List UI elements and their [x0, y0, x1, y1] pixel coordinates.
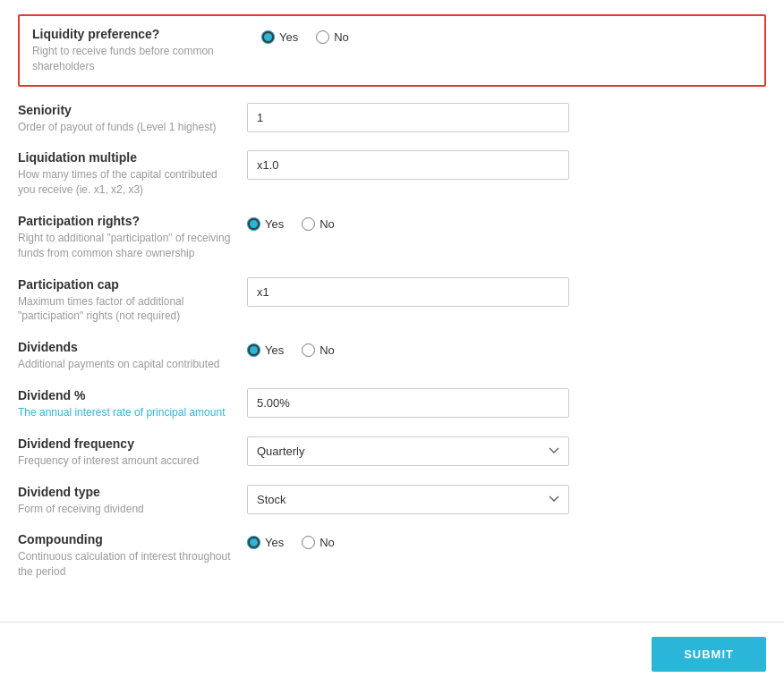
- seniority-description: Order of payout of funds (Level 1 highes…: [18, 120, 233, 135]
- participation-rights-description: Right to additional "participation" of r…: [18, 231, 233, 261]
- dividends-row: Dividends Additional payments on capital…: [18, 340, 766, 372]
- dividends-yes-option[interactable]: Yes: [247, 343, 284, 357]
- seniority-input-col: [247, 103, 766, 132]
- dividends-radio-group: Yes No: [247, 340, 766, 357]
- dividend-type-label: Dividend type: [18, 485, 233, 499]
- dividend-type-select[interactable]: Stock Cash: [247, 485, 569, 514]
- participation-rights-input-col: Yes No: [247, 214, 766, 231]
- liquidation-multiple-label: Liquidation multiple: [18, 150, 233, 165]
- compounding-yes-option[interactable]: Yes: [247, 536, 284, 549]
- compounding-no-radio[interactable]: [302, 536, 315, 549]
- dividends-no-radio[interactable]: [302, 343, 315, 357]
- liquidity-preference-no-option[interactable]: No: [316, 30, 349, 44]
- compounding-yes-label: Yes: [265, 536, 284, 549]
- participation-rights-no-option[interactable]: No: [302, 217, 335, 231]
- dividends-description: Additional payments on capital contribut…: [18, 357, 233, 372]
- dividends-no-option[interactable]: No: [302, 343, 335, 357]
- participation-rights-yes-label: Yes: [265, 217, 284, 231]
- liquidity-preference-no-radio[interactable]: [316, 30, 329, 44]
- compounding-input-col: Yes No: [247, 532, 766, 549]
- submit-button[interactable]: SUBMIT: [652, 637, 766, 672]
- liquidation-multiple-description: How many times of the capital contribute…: [18, 167, 233, 198]
- dividend-percent-input-col: [247, 388, 766, 418]
- participation-cap-input[interactable]: [247, 277, 569, 307]
- liquidity-preference-yes-label: Yes: [279, 30, 298, 44]
- participation-cap-label-col: Participation cap Maximum times factor o…: [18, 277, 233, 325]
- participation-rights-row: Participation rights? Right to additiona…: [18, 214, 766, 261]
- footer: SUBMIT: [0, 622, 784, 686]
- dividends-yes-label: Yes: [265, 343, 284, 357]
- participation-rights-no-radio[interactable]: [302, 217, 315, 231]
- compounding-label-col: Compounding Continuous calculation of in…: [18, 532, 233, 580]
- dividend-frequency-label-col: Dividend frequency Frequency of interest…: [18, 436, 233, 469]
- dividend-type-description: Form of receiving dividend: [18, 502, 233, 517]
- dividends-no-label: No: [320, 343, 335, 357]
- compounding-no-label: No: [320, 536, 335, 549]
- compounding-label: Compounding: [18, 532, 233, 546]
- dividends-label: Dividends: [18, 340, 233, 354]
- liquidation-multiple-input-col: [247, 150, 766, 180]
- compounding-yes-radio[interactable]: [247, 536, 260, 549]
- participation-rights-label: Participation rights?: [18, 214, 233, 228]
- compounding-no-option[interactable]: No: [302, 536, 335, 549]
- liquidity-preference-section: Liquidity preference? Right to receive f…: [18, 14, 766, 87]
- dividend-percent-label: Dividend %: [18, 388, 233, 402]
- dividend-type-label-col: Dividend type Form of receiving dividend: [18, 485, 233, 517]
- dividend-percent-row: Dividend % The annual interest rate of p…: [18, 388, 766, 420]
- liquidation-multiple-row: Liquidation multiple How many times of t…: [18, 150, 766, 198]
- liquidity-preference-yes-option[interactable]: Yes: [261, 30, 298, 44]
- participation-cap-row: Participation cap Maximum times factor o…: [18, 277, 766, 325]
- liquidity-preference-description: Right to receive funds before common sha…: [32, 44, 247, 74]
- dividend-frequency-row: Dividend frequency Frequency of interest…: [18, 436, 766, 469]
- participation-rights-yes-radio[interactable]: [247, 217, 260, 231]
- dividend-type-row: Dividend type Form of receiving dividend…: [18, 485, 766, 517]
- liquidity-preference-no-label: No: [334, 30, 349, 44]
- liquidity-preference-radio-group: Yes No: [261, 27, 752, 44]
- dividend-frequency-select[interactable]: Quarterly Monthly Annually Semi-Annually: [247, 436, 569, 466]
- dividends-yes-radio[interactable]: [247, 343, 260, 357]
- compounding-row: Compounding Continuous calculation of in…: [18, 532, 766, 580]
- dividend-frequency-description: Frequency of interest amount accured: [18, 453, 233, 469]
- seniority-input[interactable]: [247, 103, 569, 132]
- compounding-radio-group: Yes No: [247, 532, 766, 549]
- participation-cap-description: Maximum times factor of additional "part…: [18, 294, 233, 325]
- participation-rights-yes-option[interactable]: Yes: [247, 217, 284, 231]
- liquidity-preference-input-col: Yes No: [261, 27, 752, 44]
- participation-cap-input-col: [247, 277, 766, 307]
- seniority-label-col: Seniority Order of payout of funds (Leve…: [18, 103, 233, 135]
- dividend-frequency-input-col: Quarterly Monthly Annually Semi-Annually: [247, 436, 766, 466]
- liquidation-multiple-input[interactable]: [247, 150, 569, 180]
- liquidation-multiple-label-col: Liquidation multiple How many times of t…: [18, 150, 233, 198]
- participation-rights-radio-group: Yes No: [247, 214, 766, 231]
- participation-cap-label: Participation cap: [18, 277, 233, 292]
- dividends-label-col: Dividends Additional payments on capital…: [18, 340, 233, 372]
- dividend-percent-input[interactable]: [247, 388, 569, 418]
- participation-rights-label-col: Participation rights? Right to additiona…: [18, 214, 233, 261]
- dividend-percent-description: The annual interest rate of principal am…: [18, 405, 233, 420]
- dividend-type-input-col: Stock Cash: [247, 485, 766, 514]
- dividend-percent-label-col: Dividend % The annual interest rate of p…: [18, 388, 233, 420]
- dividend-frequency-label: Dividend frequency: [18, 436, 233, 451]
- liquidity-preference-label: Liquidity preference?: [32, 27, 247, 41]
- dividends-input-col: Yes No: [247, 340, 766, 357]
- seniority-row: Seniority Order of payout of funds (Leve…: [18, 103, 766, 135]
- liquidity-preference-label-col: Liquidity preference? Right to receive f…: [32, 27, 247, 74]
- seniority-label: Seniority: [18, 103, 233, 117]
- main-content: Liquidity preference? Right to receive f…: [0, 0, 784, 622]
- compounding-description: Continuous calculation of interest throu…: [18, 549, 233, 580]
- liquidity-preference-yes-radio[interactable]: [261, 30, 275, 44]
- participation-rights-no-label: No: [320, 217, 335, 231]
